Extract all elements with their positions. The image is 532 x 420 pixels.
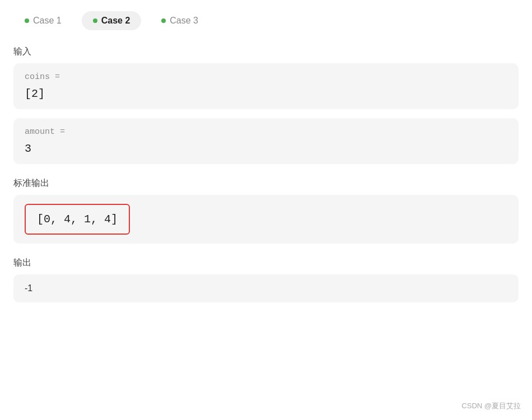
tab-case3-dot [161, 18, 166, 23]
coins-var-value: [2] [25, 87, 507, 100]
tab-case1-label: Case 1 [33, 16, 62, 26]
output-box: -1 [13, 274, 519, 302]
coins-var-label: coins = [25, 72, 507, 82]
standard-output-label: 标准输出 [13, 178, 519, 189]
standard-output-wrapper: [0, 4, 1, 4] [13, 195, 519, 244]
output-section: 输出 -1 [13, 257, 519, 302]
output-value: -1 [25, 283, 507, 293]
amount-var-label: amount = [25, 127, 507, 137]
input-section-label: 输入 [13, 46, 519, 58]
tab-case2-dot [93, 18, 97, 23]
standard-output-section: 标准输出 [0, 4, 1, 4] [13, 178, 519, 244]
tab-case2-label: Case 2 [101, 16, 130, 26]
watermark: CSDN @夏目艾拉 [461, 401, 521, 411]
amount-input-box: amount = 3 [13, 118, 519, 164]
tabs-row: Case 1 Case 2 Case 3 [13, 11, 519, 30]
tab-case1-dot [25, 18, 29, 23]
output-section-label: 输出 [13, 257, 519, 269]
tab-case3[interactable]: Case 3 [150, 11, 209, 30]
standard-output-value: [0, 4, 1, 4] [25, 204, 130, 235]
amount-var-value: 3 [25, 142, 507, 155]
coins-input-box: coins = [2] [13, 63, 519, 109]
tab-case2[interactable]: Case 2 [82, 11, 142, 30]
tab-case3-label: Case 3 [170, 16, 198, 26]
input-section: 输入 coins = [2] amount = 3 [13, 46, 519, 164]
tab-case1[interactable]: Case 1 [13, 11, 73, 30]
